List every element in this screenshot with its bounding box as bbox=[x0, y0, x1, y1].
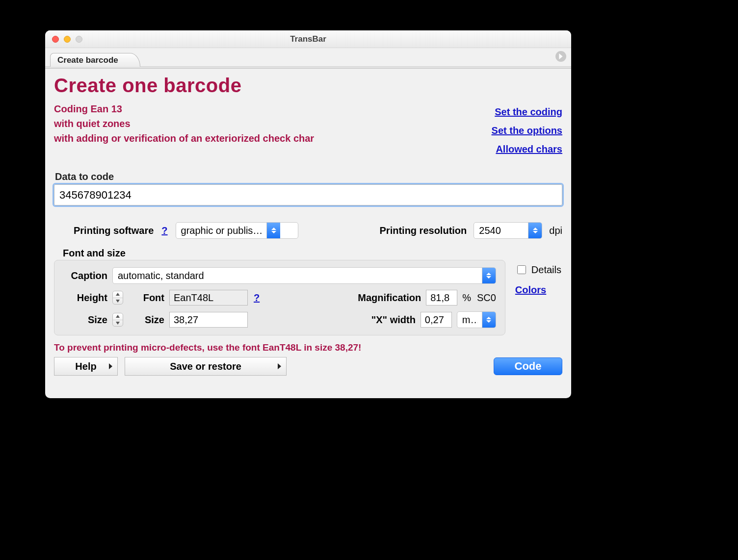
caption-label: Caption bbox=[63, 270, 107, 281]
link-colors[interactable]: Colors bbox=[515, 284, 561, 296]
save-restore-button[interactable]: Save or restore bbox=[125, 357, 287, 376]
xwidth-input[interactable] bbox=[421, 312, 452, 328]
caption-value: automatic, standard bbox=[118, 270, 478, 281]
magnification-label: Magnification bbox=[358, 292, 421, 304]
xwidth-label: "X" width bbox=[371, 314, 416, 326]
window-title: TransBar bbox=[290, 34, 326, 44]
printing-software-select[interactable]: graphic or publis… bbox=[176, 222, 298, 239]
link-allowed-chars[interactable]: Allowed chars bbox=[496, 144, 562, 154]
help-button-label: Help bbox=[75, 361, 96, 372]
details-checkbox-row[interactable]: Details bbox=[515, 264, 561, 276]
size-input[interactable] bbox=[169, 312, 248, 328]
data-to-code-input[interactable] bbox=[54, 184, 562, 205]
dpi-unit: dpi bbox=[549, 225, 562, 236]
warning-text: To prevent printing micro-defects, use t… bbox=[54, 342, 562, 353]
zoom-icon bbox=[76, 36, 82, 43]
coding-summary: Coding Ean 13 with quiet zones with addi… bbox=[54, 102, 314, 146]
page-heading: Create one barcode bbox=[54, 75, 562, 97]
select-arrows-icon bbox=[266, 223, 280, 238]
details-checkbox[interactable] bbox=[517, 265, 526, 274]
font-label: Font bbox=[128, 292, 164, 304]
minimize-icon[interactable] bbox=[64, 36, 71, 43]
printing-software-label: Printing software bbox=[74, 225, 154, 236]
size-row-label: Size bbox=[63, 314, 107, 326]
triangle-right-icon bbox=[109, 363, 112, 369]
tab-create-barcode[interactable]: Create barcode bbox=[50, 53, 140, 67]
printing-software-help-icon[interactable]: ? bbox=[161, 225, 167, 236]
height-stepper[interactable] bbox=[112, 291, 123, 305]
printing-resolution-select[interactable]: 2540 bbox=[474, 222, 542, 239]
link-set-coding[interactable]: Set the coding bbox=[495, 106, 562, 117]
percent-label: % bbox=[462, 292, 471, 304]
traffic-lights bbox=[52, 36, 82, 43]
size-stepper[interactable] bbox=[112, 313, 123, 327]
select-arrows-icon bbox=[482, 312, 496, 328]
chevron-up-icon bbox=[113, 313, 123, 320]
printing-software-value: graphic or publis… bbox=[181, 225, 263, 236]
code-button[interactable]: Code bbox=[494, 357, 562, 375]
content-area: Create one barcode Coding Ean 13 with qu… bbox=[45, 69, 571, 398]
app-window: TransBar Create barcode Create one barco… bbox=[45, 30, 571, 398]
tab-strip: Create barcode bbox=[45, 48, 571, 67]
help-button[interactable]: Help bbox=[54, 357, 118, 376]
details-label: Details bbox=[531, 264, 561, 276]
select-arrows-icon bbox=[528, 223, 542, 238]
font-input[interactable] bbox=[169, 290, 248, 305]
chevron-down-icon bbox=[113, 320, 123, 327]
select-arrows-icon bbox=[482, 268, 496, 283]
save-restore-label: Save or restore bbox=[170, 361, 241, 372]
triangle-right-icon bbox=[278, 363, 281, 369]
right-links: Set the coding Set the options Allowed c… bbox=[492, 102, 562, 158]
font-size-section-label: Font and size bbox=[63, 248, 562, 259]
summary-line: with adding or verification of an exteri… bbox=[54, 131, 314, 146]
chevron-up-icon bbox=[113, 291, 123, 298]
height-label: Height bbox=[63, 292, 107, 304]
size-label: Size bbox=[128, 314, 164, 326]
font-side-column: Details Colors bbox=[514, 260, 562, 300]
xwidth-unit-value: mm bbox=[462, 314, 478, 326]
tab-next-icon[interactable] bbox=[555, 51, 566, 62]
summary-line: Coding Ean 13 bbox=[54, 102, 314, 116]
summary-line: with quiet zones bbox=[54, 116, 314, 131]
data-to-code-label: Data to code bbox=[55, 171, 562, 182]
caption-select[interactable]: automatic, standard bbox=[112, 267, 496, 284]
magnification-input[interactable] bbox=[426, 290, 457, 305]
font-size-panel: Caption automatic, standard Height Font … bbox=[54, 260, 505, 335]
xwidth-unit-select[interactable]: mm bbox=[457, 311, 496, 328]
font-help-icon[interactable]: ? bbox=[254, 292, 260, 304]
link-set-options[interactable]: Set the options bbox=[492, 125, 562, 136]
sc-label: SC0 bbox=[477, 292, 496, 304]
printing-resolution-label: Printing resolution bbox=[380, 225, 467, 236]
close-icon[interactable] bbox=[52, 36, 59, 43]
titlebar: TransBar bbox=[45, 30, 571, 48]
chevron-down-icon bbox=[113, 298, 123, 305]
printing-resolution-value: 2540 bbox=[479, 225, 524, 236]
